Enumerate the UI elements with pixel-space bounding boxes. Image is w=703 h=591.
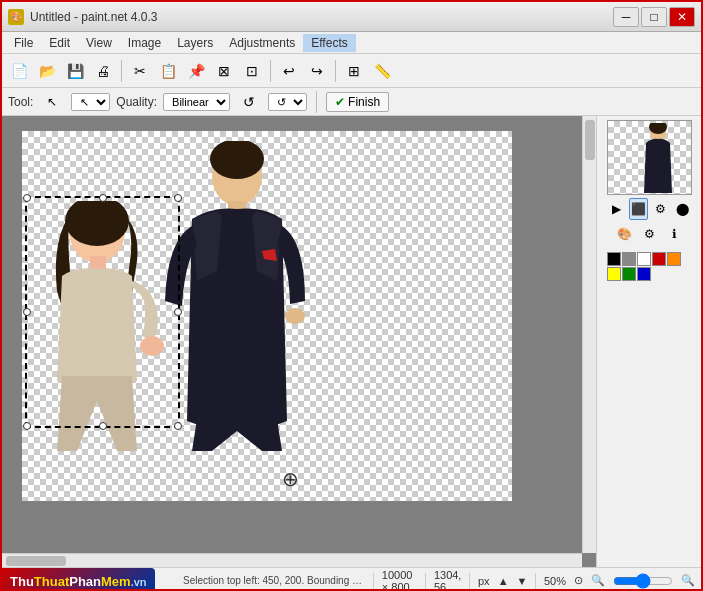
color-gray[interactable]	[622, 252, 636, 266]
app-icon: 🎨	[8, 9, 24, 25]
right-toolbar: ▶ ⬛ ⚙ ⬤ 🎨 ⚙ ℹ	[607, 198, 692, 245]
zoom-slider[interactable]	[613, 575, 673, 587]
color-wheel-btn[interactable]: 🎨	[613, 223, 635, 245]
status-selection-info: Selection top left: 450, 200. Bounding r…	[183, 575, 365, 586]
menu-view[interactable]: View	[78, 34, 120, 52]
status-separator-2	[425, 573, 426, 589]
status-zoom: 50%	[544, 575, 566, 587]
menu-effects[interactable]: Effects	[303, 34, 355, 52]
move-tool-icon[interactable]: ↖	[39, 89, 65, 115]
info-btn[interactable]: ℹ	[663, 223, 685, 245]
finish-button[interactable]: ✔ Finish	[326, 92, 389, 112]
watermark-text: ThuThuatPhanMem.vn	[10, 573, 147, 589]
color-orange[interactable]	[667, 252, 681, 266]
rotate-dropdown[interactable]: ↺	[268, 93, 307, 111]
quality-dropdown[interactable]: Bilinear	[163, 93, 230, 111]
svg-point-7	[285, 308, 305, 324]
crop-button[interactable]: ⊠	[211, 58, 237, 84]
new-button[interactable]: 📄	[6, 58, 32, 84]
status-separator-3	[469, 573, 470, 589]
minimize-button[interactable]: ─	[613, 7, 639, 27]
status-coordinates: 1304, 56	[434, 569, 462, 592]
move-tool-btn[interactable]: ▶	[607, 198, 626, 220]
paste-button[interactable]: 📌	[183, 58, 209, 84]
tool4-btn[interactable]: ⬤	[673, 198, 692, 220]
zoom-fit-icon[interactable]: ⊙	[574, 574, 583, 587]
menu-image[interactable]: Image	[120, 34, 169, 52]
menubar: File Edit View Image Layers Adjustments …	[2, 32, 701, 54]
status-arrow-up: ▲	[498, 575, 509, 587]
copy-button[interactable]: 📋	[155, 58, 181, 84]
grid-button[interactable]: ⊞	[341, 58, 367, 84]
vertical-scrollbar[interactable]	[582, 116, 596, 553]
toolbar-separator-2	[270, 60, 271, 82]
settings-btn[interactable]: ⚙	[638, 223, 660, 245]
color-green[interactable]	[622, 267, 636, 281]
secondary-toolbar: Tool: ↖ ↖ Quality: Bilinear ↺ ↺ ✔ Finish	[2, 88, 701, 116]
color-blue[interactable]	[637, 267, 651, 281]
undo-button[interactable]: ↩	[276, 58, 302, 84]
status-separator-4	[535, 573, 536, 589]
open-button[interactable]: 📂	[34, 58, 60, 84]
status-dimensions: 10000 × 800	[382, 569, 418, 592]
menu-adjustments[interactable]: Adjustments	[221, 34, 303, 52]
move-cursor-icon: ⊕	[282, 467, 299, 491]
person-man	[137, 141, 337, 451]
toolbar2-separator	[316, 91, 317, 113]
maximize-button[interactable]: □	[641, 7, 667, 27]
menu-file[interactable]: File	[6, 34, 41, 52]
tool3-btn[interactable]: ⚙	[651, 198, 670, 220]
color-red[interactable]	[652, 252, 666, 266]
statusbar: ThuThuatPhanMem.vn Selection top left: 4…	[2, 567, 701, 591]
menu-layers[interactable]: Layers	[169, 34, 221, 52]
toolbar-separator-3	[335, 60, 336, 82]
color-palette	[607, 252, 692, 281]
ruler-button[interactable]: 📏	[369, 58, 395, 84]
zoom-out-icon[interactable]: 🔍	[591, 574, 605, 587]
zoom-in-icon[interactable]: 🔍	[681, 574, 695, 587]
tool-dropdown[interactable]: ↖	[71, 93, 110, 111]
horizontal-scrollbar[interactable]	[2, 553, 582, 567]
canvas-container: ⊕	[22, 131, 512, 501]
quality-label: Quality:	[116, 95, 157, 109]
main-toolbar: 📄 📂 💾 🖨 ✂ 📋 📌 ⊠ ⊡ ↩ ↪ ⊞ 📏	[2, 54, 701, 88]
cut-button[interactable]: ✂	[127, 58, 153, 84]
color-white[interactable]	[637, 252, 651, 266]
close-button[interactable]: ✕	[669, 7, 695, 27]
finish-label: Finish	[348, 95, 380, 109]
watermark: ThuThuatPhanMem.vn	[2, 568, 155, 591]
color-yellow[interactable]	[607, 267, 621, 281]
print-button[interactable]: 🖨	[90, 58, 116, 84]
titlebar-controls: ─ □ ✕	[613, 7, 695, 27]
select-tool-btn[interactable]: ⬛	[629, 198, 648, 220]
color-black[interactable]	[607, 252, 621, 266]
toolbar-separator-1	[121, 60, 122, 82]
layer-thumbnail	[607, 120, 692, 195]
save-button[interactable]: 💾	[62, 58, 88, 84]
status-unit: px	[478, 575, 490, 587]
status-arrow-down: ▼	[517, 575, 528, 587]
tool-label: Tool:	[8, 95, 33, 109]
right-panel: ▶ ⬛ ⚙ ⬤ 🎨 ⚙ ℹ	[596, 116, 701, 567]
redo-button[interactable]: ↪	[304, 58, 330, 84]
canvas-area[interactable]: ⊕	[2, 116, 596, 567]
deselect-button[interactable]: ⊡	[239, 58, 265, 84]
menu-edit[interactable]: Edit	[41, 34, 78, 52]
window-title: Untitled - paint.net 4.0.3	[30, 10, 157, 24]
status-separator-1	[373, 573, 374, 589]
titlebar-left: 🎨 Untitled - paint.net 4.0.3	[8, 9, 157, 25]
main-area: ⊕ ▶ ⬛ ⚙ ⬤	[2, 116, 701, 567]
rotate-button[interactable]: ↺	[236, 89, 262, 115]
titlebar: 🎨 Untitled - paint.net 4.0.3 ─ □ ✕	[2, 2, 701, 32]
